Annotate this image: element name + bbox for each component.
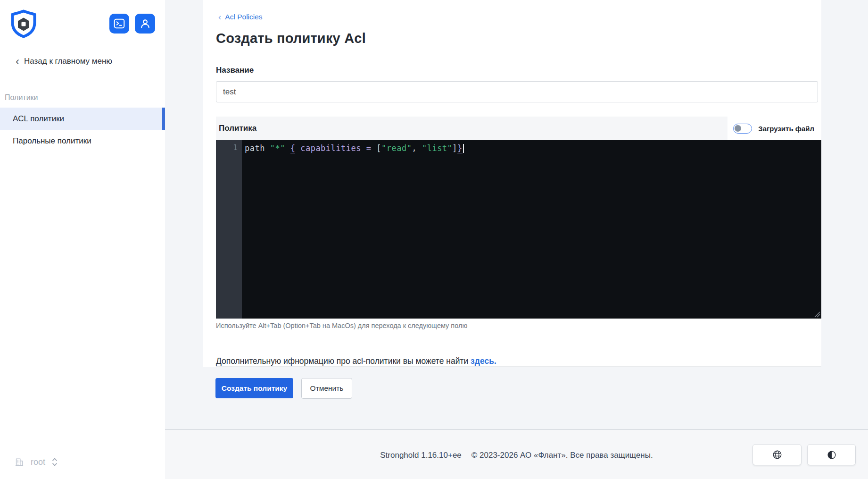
- back-link-label: Назад к главному меню: [24, 57, 112, 66]
- divider: [216, 366, 821, 367]
- name-field-label: Название: [216, 66, 254, 75]
- code-token: {: [290, 143, 296, 153]
- create-policy-button[interactable]: Создать политику: [215, 378, 293, 398]
- code-token: [372, 143, 377, 153]
- user-menu-button[interactable]: [135, 14, 155, 34]
- divider: [216, 54, 821, 54]
- code-token: }: [457, 143, 463, 153]
- code-token: capabilities: [300, 143, 361, 153]
- chevron-up-down-icon: [51, 456, 58, 468]
- chevron-left-icon: ‹: [16, 57, 19, 66]
- editor-resize-handle[interactable]: [814, 311, 820, 318]
- namespace-picker[interactable]: root: [14, 456, 58, 468]
- footer-text: Stronghold 1.16.10+ee© 2023-2026 АО «Фла…: [380, 451, 653, 460]
- app-logo[interactable]: [11, 9, 36, 38]
- diagonal-resize-grip-icon: [814, 311, 820, 318]
- copyright-text: © 2023-2026 АО «Флант». Все права защище…: [471, 451, 653, 460]
- shield-hexagon-icon: [11, 9, 36, 38]
- code-token: =: [366, 143, 372, 153]
- code-token: ]: [452, 143, 457, 153]
- line-number: 1: [216, 143, 238, 152]
- code-token: "read": [381, 143, 412, 153]
- policy-field-label: Политика: [216, 124, 256, 133]
- code-token: [285, 143, 290, 153]
- form-card: ‹ Acl Policies Создать политику Acl Назв…: [203, 0, 821, 367]
- back-to-main-menu-link[interactable]: ‹ Назад к главному меню: [16, 57, 112, 66]
- policy-name-input[interactable]: [216, 81, 818, 102]
- namespace-label: root: [31, 457, 45, 467]
- footer: Stronghold 1.16.10+ee© 2023-2026 АО «Фла…: [165, 429, 868, 479]
- info-text: Дополнительную ифнормацию про acl-полити…: [216, 356, 496, 366]
- editor-gutter: 1: [216, 140, 242, 319]
- nav-item-label: Парольные политики: [13, 136, 91, 146]
- editor-code-area[interactable]: path "*" { capabilities = ["read", "list…: [242, 140, 821, 319]
- info-here-link[interactable]: здесь.: [471, 356, 496, 366]
- policy-section: Политика Загрузить файл 1 path "*" { cap…: [216, 117, 821, 319]
- app-version: Stronghold 1.16.10+ee: [380, 451, 462, 460]
- cancel-button[interactable]: Отменить: [301, 378, 352, 399]
- policy-editor-toolbar: Политика Загрузить файл: [216, 117, 821, 140]
- breadcrumb-acl-policies-link[interactable]: Acl Policies: [225, 13, 262, 21]
- theme-contrast-button[interactable]: [807, 444, 856, 465]
- upload-file-label: Загрузить файл: [758, 125, 814, 133]
- nav-section-label: Политики: [5, 93, 38, 102]
- terminal-console-button[interactable]: [109, 14, 129, 34]
- code-token: [295, 143, 300, 153]
- code-token: [417, 143, 422, 153]
- code-token: path: [245, 143, 265, 153]
- upload-file-control: Загрузить файл: [727, 117, 821, 140]
- code-token: ,: [412, 143, 417, 153]
- code-token: [: [376, 143, 381, 153]
- code-line-content: path "*" { capabilities = ["read", "list…: [245, 143, 463, 153]
- sidebar-item-password-policies[interactable]: Парольные политики: [0, 130, 165, 152]
- building-icon: [14, 457, 25, 467]
- text-cursor: [463, 144, 464, 153]
- sidebar: ‹ Назад к главному меню Политики ACL пол…: [0, 0, 165, 479]
- page-title: Создать политику Acl: [216, 29, 366, 47]
- app-root: ‹ Назад к главному меню Политики ACL пол…: [0, 0, 868, 479]
- upload-file-toggle[interactable]: [733, 124, 752, 134]
- breadcrumb: ‹ Acl Policies: [218, 13, 263, 21]
- info-text-body: Дополнительную ифнормацию про acl-полити…: [216, 356, 471, 366]
- sidebar-nav: ACL политики Парольные политики: [0, 108, 165, 152]
- toggle-knob: [735, 125, 741, 132]
- policy-code-editor: 1 path "*" { capabilities = ["read", "li…: [216, 140, 821, 319]
- terminal-icon: [113, 17, 125, 30]
- code-token: [265, 143, 270, 153]
- code-token: [361, 143, 366, 153]
- editor-hint-text: Используйте Alt+Tab (Option+Tab на MacOs…: [216, 322, 467, 329]
- main-content: ‹ Acl Policies Создать политику Acl Назв…: [165, 0, 868, 479]
- globe-icon: [772, 449, 783, 460]
- chevron-left-icon: ‹: [218, 14, 221, 20]
- sidebar-item-acl-policies[interactable]: ACL политики: [0, 108, 165, 130]
- half-circle-contrast-icon: [827, 450, 837, 460]
- user-icon: [139, 17, 151, 30]
- code-token: "list": [422, 143, 452, 153]
- nav-item-label: ACL политики: [13, 114, 64, 124]
- code-token: "*": [270, 143, 285, 153]
- language-button[interactable]: [752, 444, 802, 465]
